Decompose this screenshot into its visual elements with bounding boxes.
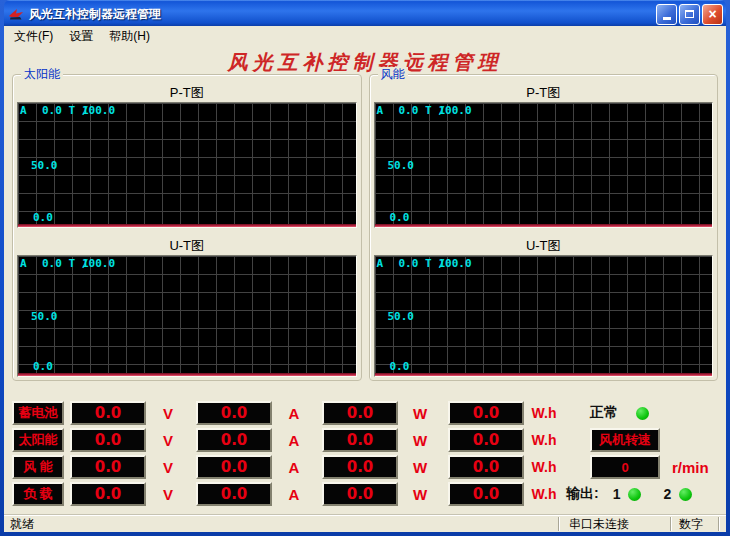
readout-row-wind: 风 能 0.0 V 0.0 A 0.0 W 0.0 W.h 0 r/min	[12, 455, 718, 479]
battery-power-display: 0.0	[322, 401, 398, 425]
panel-wind: 风能 P-T图 A 0.0 T / 100.0 50.0 0.0 U-T图 A …	[369, 74, 719, 381]
unit-watthour: W.h	[524, 486, 564, 502]
unit-watt: W	[398, 459, 442, 476]
load-voltage-display: 0.0	[70, 482, 146, 506]
readout-row-solar: 太阳能 0.0 V 0.0 A 0.0 W 0.0 W.h 风机转速	[12, 428, 718, 452]
unit-volt: V	[146, 459, 190, 476]
readout-panel: 蓄电池 0.0 V 0.0 A 0.0 W 0.0 W.h 正常 太阳能	[4, 401, 726, 506]
page-title: 风光互补控制器远程管理	[4, 47, 726, 73]
panel-wind-label: 风能	[378, 67, 408, 81]
axis-label: 100.0	[439, 105, 472, 117]
wind-current-display: 0.0	[196, 455, 272, 479]
axis-label: A	[20, 105, 27, 117]
axis-label: A	[20, 258, 27, 270]
solar-energy-display: 0.0	[448, 428, 524, 452]
chart-groups: 太阳能 P-T图 A 0.0 T / 100.0 50.0 0.0 U-T图 A…	[4, 74, 726, 381]
menu-help[interactable]: 帮助(H)	[101, 26, 158, 47]
unit-watt: W	[398, 432, 442, 449]
solar-pt-chart-title: P-T图	[13, 84, 361, 100]
fan-speed-display: 0	[590, 455, 660, 479]
status-normal-led	[636, 407, 649, 420]
system-status: 正常	[564, 404, 718, 422]
client-area: 文件(F) 设置 帮助(H) 风光互补控制器远程管理 太阳能 P-T图 A 0.…	[4, 26, 726, 532]
menu-settings[interactable]: 设置	[61, 26, 101, 47]
panel-solar-label: 太阳能	[21, 67, 63, 81]
status-normal-label: 正常	[590, 404, 618, 422]
window-controls: ×	[656, 4, 723, 25]
statusbar-serial-status: 串口未连接	[558, 517, 670, 531]
statusbar-end-panel	[718, 517, 726, 531]
fan-speed-unit: r/min	[672, 459, 709, 476]
x-axis-line	[18, 373, 356, 376]
unit-watthour: W.h	[524, 432, 564, 448]
wind-ut-chart: A 0.0 T / 100.0 50.0 0.0	[374, 255, 714, 377]
axis-label: 50.0	[31, 160, 58, 172]
axis-label: 0.0	[390, 361, 410, 373]
output-2-label: 2	[663, 486, 671, 502]
load-energy-display: 0.0	[448, 482, 524, 506]
output-widget: 输出: 1 2	[564, 485, 718, 503]
axis-label: A	[377, 258, 384, 270]
unit-watthour: W.h	[524, 405, 564, 421]
wind-pt-chart-title: P-T图	[370, 84, 718, 100]
fan-speed-label: 风机转速	[590, 428, 660, 452]
statusbar-num-mode: 数字	[670, 517, 718, 531]
solar-current-display: 0.0	[196, 428, 272, 452]
wind-pt-chart: A 0.0 T / 100.0 50.0 0.0	[374, 102, 714, 228]
wind-energy-display: 0.0	[448, 455, 524, 479]
readout-row-load: 负 载 0.0 V 0.0 A 0.0 W 0.0 W.h 输出: 1 2	[12, 482, 718, 506]
axis-label: 50.0	[388, 160, 415, 172]
x-axis-line	[375, 224, 713, 227]
battery-current-display: 0.0	[196, 401, 272, 425]
axis-label: 100.0	[82, 105, 115, 117]
main-content: 风光互补控制器远程管理 太阳能 P-T图 A 0.0 T / 100.0 50.…	[4, 47, 726, 514]
wind-label: 风 能	[12, 455, 64, 479]
battery-voltage-display: 0.0	[70, 401, 146, 425]
axis-label: 50.0	[31, 311, 58, 323]
solar-pt-chart: A 0.0 T / 100.0 50.0 0.0	[17, 102, 357, 228]
solar-power-display: 0.0	[322, 428, 398, 452]
load-power-display: 0.0	[322, 482, 398, 506]
solar-ut-chart: A 0.0 T / 100.0 50.0 0.0	[17, 255, 357, 377]
maximize-button[interactable]	[679, 4, 700, 25]
output-1-led	[628, 488, 641, 501]
load-label: 负 载	[12, 482, 64, 506]
panel-solar: 太阳能 P-T图 A 0.0 T / 100.0 50.0 0.0 U-T图 A…	[12, 74, 362, 381]
battery-energy-display: 0.0	[448, 401, 524, 425]
unit-amp: A	[272, 486, 316, 503]
unit-amp: A	[272, 459, 316, 476]
titlebar: 风光互补控制器远程管理 ×	[4, 0, 726, 26]
axis-label: 100.0	[439, 258, 472, 270]
unit-volt: V	[146, 486, 190, 503]
maximize-icon	[685, 10, 694, 18]
minimize-icon	[663, 17, 671, 20]
statusbar: 就绪 串口未连接 数字	[4, 514, 726, 532]
wind-power-display: 0.0	[322, 455, 398, 479]
unit-watthour: W.h	[524, 459, 564, 475]
x-axis-line	[375, 373, 713, 376]
fan-speed-value-widget: 0 r/min	[564, 455, 718, 479]
unit-volt: V	[146, 405, 190, 422]
load-current-display: 0.0	[196, 482, 272, 506]
output-1-label: 1	[613, 486, 621, 502]
close-button[interactable]: ×	[702, 4, 723, 25]
minimize-button[interactable]	[656, 4, 677, 25]
wind-voltage-display: 0.0	[70, 455, 146, 479]
unit-watt: W	[398, 486, 442, 503]
app-logo-icon	[8, 6, 25, 22]
axis-label: A	[377, 105, 384, 117]
axis-label: 0.0	[33, 361, 53, 373]
solar-voltage-display: 0.0	[70, 428, 146, 452]
output-2-led	[679, 488, 692, 501]
menubar: 文件(F) 设置 帮助(H)	[4, 26, 726, 47]
menu-file[interactable]: 文件(F)	[6, 26, 61, 47]
battery-label: 蓄电池	[12, 401, 64, 425]
close-icon: ×	[708, 7, 716, 21]
readout-row-battery: 蓄电池 0.0 V 0.0 A 0.0 W 0.0 W.h 正常	[12, 401, 718, 425]
unit-amp: A	[272, 405, 316, 422]
unit-amp: A	[272, 432, 316, 449]
solar-ut-chart-title: U-T图	[13, 237, 361, 253]
axis-label: 50.0	[388, 311, 415, 323]
axis-label: 0.0	[390, 212, 410, 224]
statusbar-ready: 就绪	[4, 517, 558, 531]
